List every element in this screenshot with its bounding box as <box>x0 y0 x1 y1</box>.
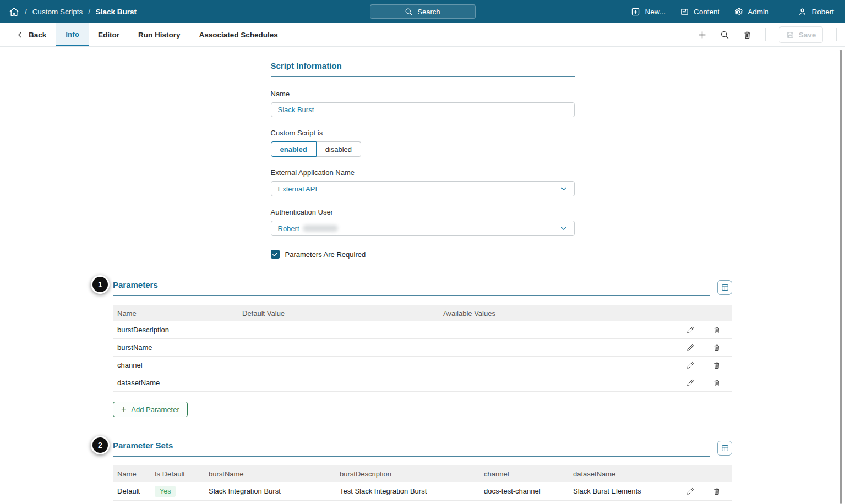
edit-row-button[interactable] <box>679 361 701 370</box>
name-input[interactable] <box>271 102 575 117</box>
new-label: New... <box>645 8 666 16</box>
app-window: / Custom Scripts / Slack Burst Search Ne… <box>0 0 845 504</box>
top-header: / Custom Scripts / Slack Burst Search Ne… <box>0 0 845 23</box>
global-search-button[interactable]: Search <box>370 4 476 19</box>
back-label: Back <box>29 31 46 39</box>
delete-row-button[interactable] <box>701 361 732 370</box>
breadcrumb-separator: / <box>88 8 90 16</box>
name-field-group: Name <box>271 90 575 117</box>
table-row: Default Yes Slack Integration Burst Test… <box>113 482 732 501</box>
user-label: Robert <box>811 8 834 16</box>
parameters-table: Name Default Value Available Values burs… <box>113 305 732 392</box>
save-label: Save <box>799 31 816 39</box>
toggle-option-disabled[interactable]: disabled <box>317 141 361 157</box>
set-burstdescription: Test Slack Integration Burst <box>340 487 484 495</box>
main-content: Script Information Name Custom Script is… <box>0 47 845 504</box>
table-view-button[interactable] <box>717 280 732 295</box>
edit-row-button[interactable] <box>679 487 701 496</box>
user-menu-button[interactable]: Robert <box>798 7 834 17</box>
parameters-table-header: Name Default Value Available Values <box>113 305 732 321</box>
toggle-option-enabled[interactable]: enabled <box>271 141 317 157</box>
external-app-label: External Application Name <box>271 168 575 177</box>
pencil-icon <box>686 343 695 352</box>
auth-user-value: Robert <box>278 224 299 233</box>
section-title-parameters: Parameters <box>113 280 710 296</box>
save-icon <box>786 31 794 39</box>
auth-user-group: Authentication User Robert <box>271 208 575 236</box>
edit-row-button[interactable] <box>679 326 701 335</box>
table-row: burstName <box>113 339 732 357</box>
is-default-badge: Yes <box>155 486 176 497</box>
gear-icon <box>734 7 743 17</box>
script-state-label: Custom Script is <box>271 129 575 137</box>
admin-button[interactable]: Admin <box>734 7 768 17</box>
parameter-sets-section: 2 Parameter Sets Name Is Default burstNa… <box>113 441 732 504</box>
parameters-header: Parameters <box>113 280 732 296</box>
params-required-group: Parameters Are Required <box>271 250 575 259</box>
page-toolbar: Back Info Editor Run History Associated … <box>0 23 845 47</box>
plus-square-icon <box>631 7 640 17</box>
param-name: channel <box>117 361 242 369</box>
tab-run-history[interactable]: Run History <box>129 23 190 46</box>
delete-row-button[interactable] <box>701 326 732 335</box>
plus-icon: + <box>121 405 126 414</box>
person-icon <box>798 7 807 17</box>
breadcrumb-item-current: Slack Burst <box>96 8 137 16</box>
vertical-scrollbar[interactable] <box>840 50 842 504</box>
external-app-value: External API <box>278 185 318 193</box>
parameter-sets-table: Name Is Default burstName burstDescripti… <box>113 465 732 501</box>
add-parameter-button[interactable]: + Add Parameter <box>113 402 188 417</box>
add-icon[interactable] <box>697 30 707 40</box>
trash-icon <box>712 326 721 335</box>
new-button[interactable]: New... <box>631 7 666 17</box>
delete-row-button[interactable] <box>701 487 732 496</box>
breadcrumb-item-custom-scripts[interactable]: Custom Scripts <box>32 8 83 16</box>
search-icon[interactable] <box>720 30 729 40</box>
content-button[interactable]: Content <box>680 7 719 17</box>
search-label: Search <box>417 8 440 16</box>
chevron-left-icon <box>17 31 24 39</box>
external-app-select[interactable]: External API <box>271 181 575 196</box>
trash-icon <box>712 361 721 370</box>
table-view-button[interactable] <box>717 441 732 456</box>
parameter-sets-header: Parameter Sets <box>113 441 732 457</box>
toolbar-divider <box>836 28 837 41</box>
save-button[interactable]: Save <box>779 26 823 43</box>
tab-info[interactable]: Info <box>56 23 89 46</box>
add-parameter-label: Add Parameter <box>131 406 179 414</box>
col-is-default: Is Default <box>155 470 209 478</box>
breadcrumb: / Custom Scripts / Slack Burst <box>0 7 137 17</box>
pencil-icon <box>686 487 695 496</box>
chevron-down-icon <box>560 185 568 193</box>
breadcrumb-separator: / <box>25 8 27 16</box>
back-button[interactable]: Back <box>0 23 56 46</box>
pencil-icon <box>686 361 695 370</box>
col-available-values: Available Values <box>443 309 679 317</box>
delete-row-button[interactable] <box>701 343 732 352</box>
tab-associated-schedules[interactable]: Associated Schedules <box>190 23 287 46</box>
col-burstname: burstName <box>209 470 340 478</box>
header-actions: New... Content Admin <box>631 6 845 17</box>
script-state-group: Custom Script is enabled disabled <box>271 129 575 157</box>
pencil-icon <box>686 326 695 335</box>
auth-user-label: Authentication User <box>271 208 575 216</box>
search-icon <box>405 8 413 16</box>
trash-icon <box>712 379 721 387</box>
delete-row-button[interactable] <box>701 379 732 387</box>
table-row: channel <box>113 357 732 374</box>
table-row: burstDescription <box>113 321 732 339</box>
document-icon <box>680 7 689 17</box>
trash-icon[interactable] <box>743 30 752 40</box>
toolbar-actions: Save <box>697 23 845 46</box>
edit-row-button[interactable] <box>679 379 701 387</box>
col-name: Name <box>117 470 155 478</box>
col-default-value: Default Value <box>242 309 443 317</box>
home-icon[interactable] <box>9 7 19 17</box>
params-required-checkbox[interactable] <box>271 250 280 259</box>
set-channel: docs-test-channel <box>484 487 573 495</box>
auth-user-select[interactable]: Robert <box>271 221 575 236</box>
section-title-parameter-sets: Parameter Sets <box>113 441 710 457</box>
tab-editor[interactable]: Editor <box>89 23 129 46</box>
edit-row-button[interactable] <box>679 343 701 352</box>
param-name: burstName <box>117 343 242 352</box>
